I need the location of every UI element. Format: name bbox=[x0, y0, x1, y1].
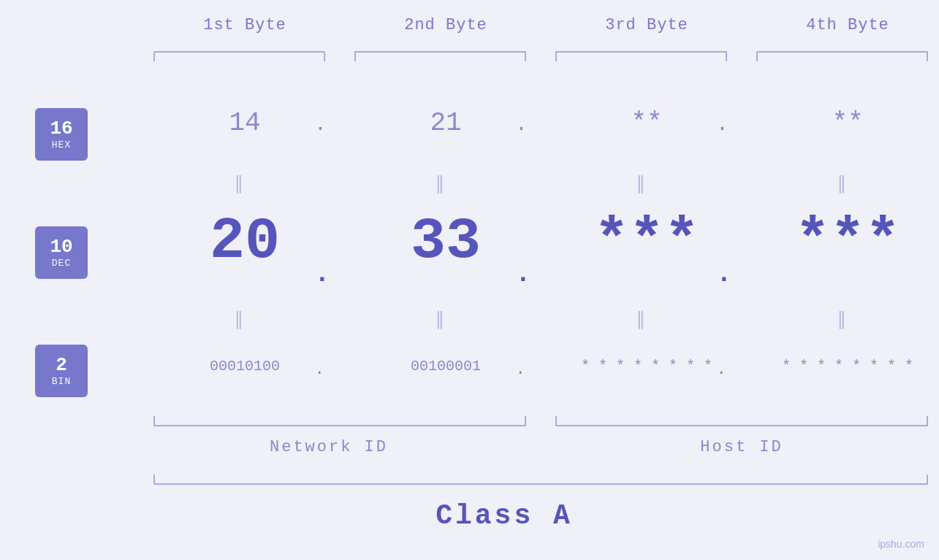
sep-hex-dec-4: ║ bbox=[837, 175, 843, 193]
dec-badge: 10 DEC bbox=[35, 226, 88, 279]
bin-value-4: * * * * * * * * bbox=[745, 358, 939, 375]
bracket-bottom-all bbox=[153, 475, 928, 485]
bracket-top-4 bbox=[756, 51, 928, 61]
bin-dot-3: . bbox=[716, 359, 726, 379]
sep-dec-bin-1: ║ bbox=[234, 311, 240, 329]
sep-hex-dec-2: ║ bbox=[435, 175, 441, 193]
class-label: Class A bbox=[102, 500, 906, 532]
byte3-header: 3rd Byte bbox=[544, 16, 749, 34]
bin-badge-label: BIN bbox=[52, 376, 71, 387]
byte1-header: 1st Byte bbox=[142, 16, 347, 34]
main-layout: 1st Byte 2nd Byte 3rd Byte 4th Byte 16 H… bbox=[0, 0, 939, 560]
sep-dec-bin-2: ║ bbox=[435, 311, 441, 329]
sep-dec-bin-4: ║ bbox=[837, 311, 843, 329]
sep-hex-dec-3: ║ bbox=[636, 175, 642, 193]
bin-badge-number: 2 bbox=[56, 355, 67, 376]
bracket-top-3 bbox=[555, 51, 727, 61]
hex-dot-1: . bbox=[314, 113, 327, 136]
dec-value-4: *** bbox=[745, 208, 939, 275]
bracket-top-2 bbox=[354, 51, 526, 61]
bracket-bottom-host bbox=[555, 416, 928, 426]
dec-badge-label: DEC bbox=[52, 258, 71, 269]
hex-badge-number: 16 bbox=[50, 118, 72, 139]
hex-badge: 16 HEX bbox=[35, 108, 88, 161]
watermark: ipshu.com bbox=[878, 538, 924, 550]
sep-hex-dec-1: ║ bbox=[234, 175, 240, 193]
bin-dot-2: . bbox=[515, 359, 525, 379]
hex-value-4: ** bbox=[745, 108, 939, 138]
network-id-label: Network ID bbox=[142, 438, 515, 456]
byte4-header: 4th Byte bbox=[745, 16, 939, 34]
dec-dot-2: . bbox=[515, 259, 531, 289]
dec-dot-3: . bbox=[716, 259, 732, 289]
dec-badge-number: 10 bbox=[50, 237, 72, 258]
bracket-top-1 bbox=[153, 51, 325, 61]
hex-dot-2: . bbox=[515, 113, 528, 136]
sep-dec-bin-3: ║ bbox=[636, 311, 642, 329]
bin-dot-1: . bbox=[314, 359, 324, 379]
bracket-bottom-network bbox=[153, 416, 526, 426]
byte2-header: 2nd Byte bbox=[343, 16, 548, 34]
hex-dot-3: . bbox=[716, 113, 729, 136]
bin-badge: 2 BIN bbox=[35, 345, 88, 397]
dec-dot-1: . bbox=[314, 259, 330, 289]
hex-badge-label: HEX bbox=[52, 139, 71, 150]
host-id-label: Host ID bbox=[555, 438, 928, 456]
